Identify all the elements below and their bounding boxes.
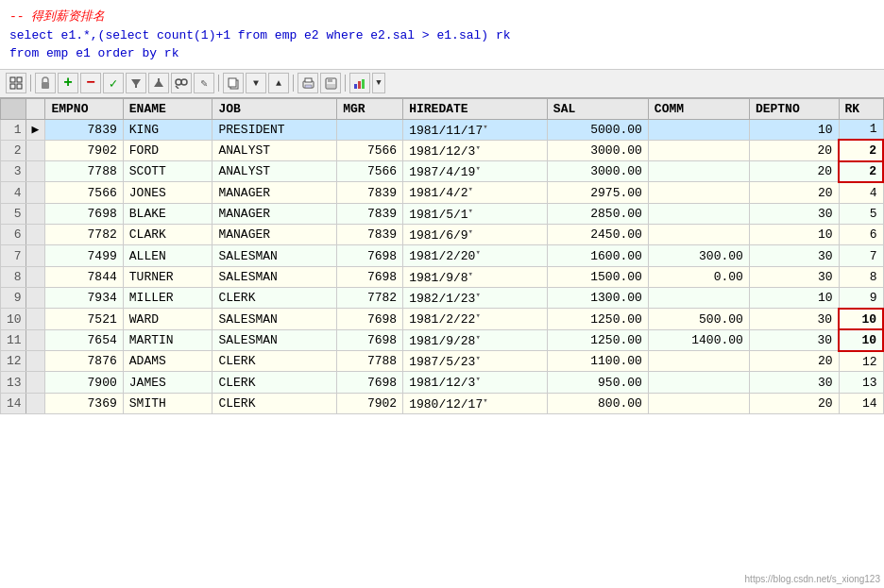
cell-rk: 10 [839, 309, 883, 329]
row-indicator [26, 372, 45, 393]
cell-sal: 1250.00 [547, 329, 648, 350]
print-btn[interactable] [298, 73, 318, 93]
cell-empno: 7654 [45, 329, 123, 350]
row-number: 9 [1, 288, 26, 309]
table-row[interactable]: 67782CLARKMANAGER78391981/6/9▾2450.00106 [1, 225, 884, 245]
add-btn[interactable]: + [58, 73, 78, 93]
row-number: 8 [1, 266, 26, 287]
svg-marker-5 [131, 79, 141, 88]
copy-btn[interactable] [223, 73, 244, 93]
cell-empno: 7788 [45, 161, 123, 182]
arrow-down-btn[interactable]: ▼ [246, 73, 266, 93]
cell-deptno: 30 [749, 329, 839, 350]
cell-ename: WARD [123, 309, 212, 329]
cell-rk: 8 [839, 266, 883, 287]
table-row[interactable]: 77499ALLENSALESMAN76981981/2/20▾1600.003… [1, 245, 884, 266]
cursor-arrow: ▶ [32, 123, 40, 137]
sql-editor: -- 得到薪资排名 select e1.*,(select count(1)+1… [0, 0, 884, 70]
sep3 [293, 75, 294, 92]
cell-job: CLERK [212, 351, 337, 372]
cell-rk: 4 [839, 182, 883, 203]
col-comm[interactable]: COMM [648, 98, 749, 119]
cell-comm [648, 140, 749, 160]
grid-icon-btn[interactable] [6, 73, 26, 93]
table-row[interactable]: 57698BLAKEMANAGER78391981/5/1▾2850.00305 [1, 203, 884, 224]
cell-mgr: 7566 [337, 161, 403, 182]
svg-point-7 [176, 79, 181, 85]
table-row[interactable]: 37788SCOTTANALYST75661987/4/19▾3000.0020… [1, 161, 884, 182]
cell-sal: 5000.00 [547, 119, 648, 140]
svg-rect-3 [17, 84, 22, 89]
row-indicator: ▶ [26, 119, 45, 140]
table-row[interactable]: 117654MARTINSALESMAN76981981/9/28▾1250.0… [1, 329, 884, 350]
cell-empno: 7499 [45, 245, 123, 266]
cell-ename: ALLEN [123, 245, 212, 266]
cell-job: CLERK [212, 288, 337, 309]
col-deptno[interactable]: DEPTNO [749, 98, 839, 119]
cell-comm [648, 225, 749, 245]
cell-sal: 1500.00 [547, 266, 648, 287]
toolbar: + − ✓ ✎ [0, 70, 884, 98]
col-mgr[interactable]: MGR [337, 98, 403, 119]
table-row[interactable]: 47566JONESMANAGER78391981/4/2▾2975.00204 [1, 182, 884, 203]
svg-line-9 [176, 86, 178, 89]
cell-job: ANALYST [212, 161, 337, 182]
cell-empno: 7934 [45, 288, 123, 309]
cell-mgr: 7839 [337, 203, 403, 224]
row-indicator [26, 266, 45, 287]
cell-empno: 7844 [45, 266, 123, 287]
col-ename[interactable]: ENAME [123, 98, 212, 119]
arrow-up-btn[interactable]: ▲ [268, 73, 289, 93]
data-table-container: EMPNO ENAME JOB MGR HIREDATE SAL COMM DE… [0, 98, 884, 415]
row-number: 6 [1, 225, 26, 245]
table-row[interactable]: 107521WARDSALESMAN76981981/2/22▾1250.005… [1, 309, 884, 329]
row-indicator [26, 161, 45, 182]
cell-empno: 7782 [45, 225, 123, 245]
cell-rk: 9 [839, 288, 883, 309]
cell-mgr: 7788 [337, 351, 403, 372]
chart-dropdown-btn[interactable]: ▼ [372, 73, 385, 93]
svg-rect-12 [229, 78, 236, 87]
cell-deptno: 30 [749, 245, 839, 266]
cell-mgr: 7902 [337, 393, 403, 413]
col-empno[interactable]: EMPNO [45, 98, 123, 119]
filter-up-btn[interactable] [148, 73, 169, 93]
confirm-btn[interactable]: ✓ [103, 73, 124, 93]
remove-btn[interactable]: − [80, 73, 101, 93]
table-row[interactable]: 147369SMITHCLERK79021980/12/17▾800.00201… [1, 393, 884, 413]
cell-job: CLERK [212, 372, 337, 393]
svg-rect-18 [327, 84, 335, 88]
search-btn[interactable] [171, 73, 192, 93]
svg-rect-17 [328, 78, 332, 82]
row-number: 11 [1, 329, 26, 350]
cell-mgr [337, 119, 403, 140]
svg-rect-2 [10, 84, 15, 89]
edit-btn[interactable]: ✎ [194, 73, 214, 93]
cell-hiredate: 1981/12/3▾ [403, 140, 548, 160]
chart-btn[interactable] [349, 73, 370, 93]
cell-sal: 1600.00 [547, 245, 648, 266]
cell-hiredate: 1981/4/2▾ [403, 182, 548, 203]
cell-comm [648, 119, 749, 140]
cell-hiredate: 1981/6/9▾ [403, 225, 548, 245]
col-rk[interactable]: RK [839, 98, 883, 119]
lock-btn[interactable] [35, 73, 56, 93]
cell-sal: 2450.00 [547, 225, 648, 245]
cell-rk: 12 [839, 351, 883, 372]
table-row[interactable]: 27902FORDANALYST75661981/12/3▾3000.00202 [1, 140, 884, 160]
table-row[interactable]: 87844TURNERSALESMAN76981981/9/8▾1500.000… [1, 266, 884, 287]
table-row[interactable]: 127876ADAMSCLERK77881987/5/23▾1100.00201… [1, 351, 884, 372]
col-job[interactable]: JOB [212, 98, 337, 119]
table-row[interactable]: 1▶7839KINGPRESIDENT1981/11/17▾5000.00101 [1, 119, 884, 140]
col-sal[interactable]: SAL [547, 98, 648, 119]
save-btn[interactable] [320, 73, 341, 93]
cell-empno: 7521 [45, 309, 123, 329]
table-row[interactable]: 137900JAMESCLERK76981981/12/3▾950.003013 [1, 372, 884, 393]
table-row[interactable]: 97934MILLERCLERK77821982/1/23▾1300.00109 [1, 288, 884, 309]
filter-down-btn[interactable] [126, 73, 146, 93]
svg-rect-19 [354, 84, 357, 89]
sep2 [218, 75, 219, 92]
col-hiredate[interactable]: HIREDATE [403, 98, 548, 119]
row-number: 1 [1, 119, 26, 140]
cell-job: MANAGER [212, 203, 337, 224]
